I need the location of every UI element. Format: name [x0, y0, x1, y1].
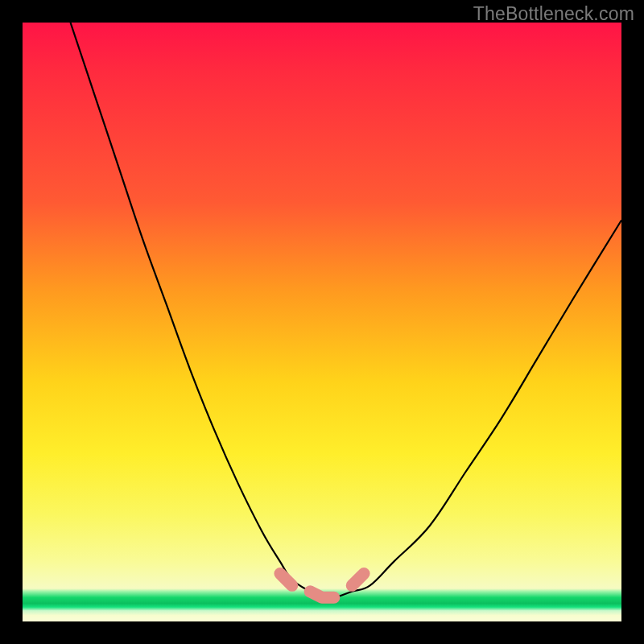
watermark-text: TheBottleneck.com [473, 3, 634, 25]
plot-area [23, 23, 621, 621]
curve-group [71, 23, 621, 598]
plot-svg [23, 23, 621, 621]
marker-left [280, 573, 292, 585]
bottleneck-curve [71, 23, 621, 598]
chart-frame: TheBottleneck.com [0, 0, 644, 644]
marker-right [352, 573, 364, 585]
marker-group [280, 573, 364, 597]
marker-flat [310, 592, 334, 597]
